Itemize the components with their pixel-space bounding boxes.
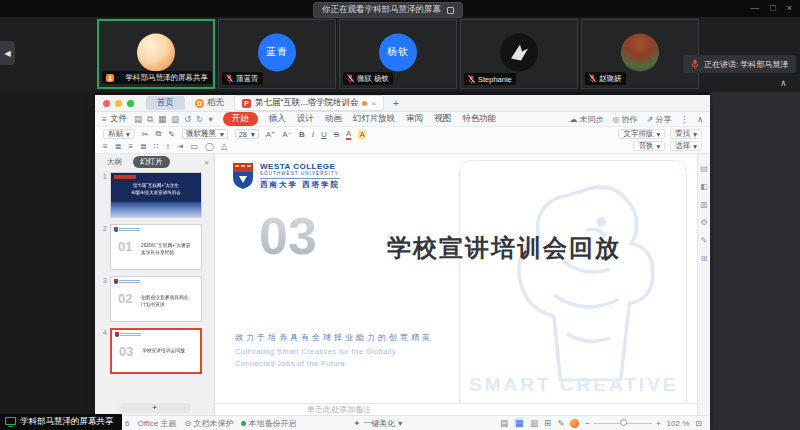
wps-assistant-icon[interactable] bbox=[570, 419, 579, 428]
sync-status[interactable]: ☁未同步 bbox=[569, 114, 603, 125]
text-layout-button[interactable]: 文字排版▾ bbox=[618, 129, 665, 139]
underline-icon[interactable]: U bbox=[321, 130, 327, 139]
zoom-slider[interactable]: − + bbox=[585, 419, 660, 428]
ribbon-tab-home[interactable]: 开始 bbox=[223, 112, 258, 126]
properties-icon[interactable]: ▤ bbox=[700, 164, 708, 173]
panel-close-icon[interactable]: × bbox=[204, 158, 209, 167]
new-tab-button[interactable]: + bbox=[393, 98, 399, 109]
shape-circle-icon[interactable]: ◯ bbox=[205, 142, 214, 151]
slide-thumb-row[interactable]: 3 02 创新创业竞赛项目商业 计划书宣讲 bbox=[99, 276, 214, 322]
participant-tile[interactable]: 蓝青 蒲蓝青 bbox=[218, 19, 336, 89]
file-menu[interactable]: ≡文件 bbox=[102, 113, 127, 125]
minimize-dot-icon[interactable] bbox=[115, 100, 122, 107]
ribbon-tab-review[interactable]: 审阅 bbox=[406, 113, 423, 125]
collab-button[interactable]: ◎协作 bbox=[612, 114, 637, 125]
normal-view-icon[interactable]: ▤ bbox=[500, 418, 508, 428]
open-icon[interactable]: ⧉ bbox=[147, 114, 153, 125]
tab-home[interactable]: 首页 bbox=[146, 96, 185, 110]
zoom-knob[interactable] bbox=[620, 419, 627, 426]
annotate-icon[interactable]: ✎ bbox=[557, 418, 564, 428]
font-increase-icon[interactable]: A⁺ bbox=[266, 130, 276, 139]
justify-icon[interactable]: ≣ bbox=[140, 142, 147, 151]
font-decrease-icon[interactable]: A⁻ bbox=[282, 130, 292, 139]
slide-sorter-icon[interactable]: ▦ bbox=[514, 418, 524, 428]
more-icon[interactable]: ▾ bbox=[208, 114, 212, 125]
strip-scroll-left-button[interactable]: ◀ bbox=[0, 41, 15, 65]
participant-tile[interactable]: Stephanie bbox=[460, 19, 578, 89]
slide-thumbnail-1[interactable]: 第七届“互联网+”大学生 创新创业大赛宣讲培训会 bbox=[110, 172, 202, 218]
align-right-icon[interactable]: ≡ bbox=[128, 142, 133, 151]
theme-name[interactable]: Office 主题 bbox=[137, 418, 176, 429]
beautify-button[interactable]: ✦ 一键美化 ▾ bbox=[354, 418, 403, 429]
select-button[interactable]: 选择▾ bbox=[670, 141, 702, 151]
fit-slide-icon[interactable]: ⊡ bbox=[695, 419, 702, 428]
strip-collapse-icon[interactable]: ∧ bbox=[780, 78, 787, 88]
collapse-ribbon-icon[interactable]: ∧ bbox=[697, 115, 703, 124]
tab-close-icon[interactable]: × bbox=[371, 99, 376, 108]
zoom-dot-icon[interactable] bbox=[127, 100, 134, 107]
protect-status[interactable]: ⊙ 文档未保护 bbox=[184, 418, 233, 429]
undo-icon[interactable]: ↺ bbox=[184, 114, 191, 125]
slide-thumbnail-4-selected[interactable]: 03 学校宣讲培训会回放 bbox=[110, 328, 202, 374]
find-button[interactable]: 查找▾ bbox=[670, 129, 702, 139]
participant-tile[interactable]: 学科部马慧泽的屏幕共享 bbox=[97, 19, 215, 89]
media-icon[interactable]: ▥ bbox=[700, 200, 708, 209]
font-color-icon[interactable]: A bbox=[346, 129, 351, 140]
notes-pane[interactable]: 单击此处添加备注 bbox=[215, 403, 697, 415]
save-icon[interactable]: ▦ bbox=[158, 114, 166, 125]
participant-tile[interactable]: 赵璐妍 bbox=[581, 19, 699, 89]
align-center-icon[interactable]: ≣ bbox=[115, 142, 122, 151]
close-button[interactable]: × bbox=[787, 1, 792, 15]
shape-rect-icon[interactable]: ▭ bbox=[191, 142, 199, 151]
new-icon[interactable]: ▤ bbox=[134, 114, 142, 125]
slide-thumb-row[interactable]: 4 03 学校宣讲培训会回放 bbox=[99, 328, 214, 374]
tab-document[interactable]: P 第七届“互联...塔学院培训会 × bbox=[234, 95, 384, 111]
bold-icon[interactable]: B bbox=[299, 130, 305, 139]
bullets-icon[interactable]: ∷ bbox=[154, 142, 159, 151]
minimize-button[interactable]: — bbox=[750, 1, 759, 15]
cut-icon[interactable]: ✂ bbox=[142, 130, 149, 139]
layers-icon[interactable]: ◧ bbox=[700, 182, 708, 191]
new-slide-button[interactable]: + bbox=[119, 403, 191, 413]
indent-icon[interactable]: ⇥ bbox=[177, 142, 184, 151]
font-family-select[interactable]: 微软雅黑▾ bbox=[182, 129, 228, 139]
slides-tab[interactable]: 幻灯片 bbox=[133, 156, 170, 168]
ribbon-tab-slideshow[interactable]: 幻灯片放映 bbox=[353, 113, 396, 125]
outline-tab[interactable]: 大纲 bbox=[100, 156, 129, 168]
ribbon-tab-view[interactable]: 视图 bbox=[434, 113, 451, 125]
align-left-icon[interactable]: ≡ bbox=[103, 142, 108, 151]
participant-tile[interactable]: 杨钦 微联 杨钦 bbox=[339, 19, 457, 89]
slide-thumbnail-3[interactable]: 02 创新创业竞赛项目商业 计划书宣讲 bbox=[110, 276, 202, 322]
layout-icon[interactable] bbox=[447, 7, 454, 14]
slideshow-view-icon[interactable]: ⊞ bbox=[544, 418, 551, 428]
maximize-button[interactable]: □ bbox=[770, 1, 775, 15]
edit-icon[interactable]: ✎ bbox=[701, 236, 708, 245]
shape-triangle-icon[interactable]: △ bbox=[221, 142, 227, 151]
settings-icon[interactable]: ⚙ bbox=[700, 218, 707, 227]
apps-icon[interactable]: ⊞ bbox=[701, 254, 708, 263]
zoom-out-icon[interactable]: − bbox=[585, 419, 590, 428]
ribbon-tab-insert[interactable]: 插入 bbox=[269, 113, 286, 125]
redo-icon[interactable]: ↻ bbox=[196, 114, 203, 125]
highlight-icon[interactable]: A bbox=[358, 130, 365, 139]
reading-view-icon[interactable]: ▥ bbox=[530, 418, 538, 428]
strikethrough-icon[interactable]: S bbox=[334, 130, 339, 139]
line-spacing-icon[interactable]: ↕ bbox=[166, 142, 170, 151]
slide-thumb-row[interactable]: 2 01 2020年“互联网+”大赛获 奖学长分享经验 bbox=[99, 224, 214, 270]
close-dot-icon[interactable] bbox=[103, 100, 110, 107]
more-menu-icon[interactable]: ⋮ bbox=[680, 115, 688, 124]
copy-icon[interactable]: ⧉ bbox=[155, 129, 161, 139]
share-button[interactable]: ⇗分享 bbox=[646, 114, 671, 125]
current-slide[interactable]: SMART CREATIVE WESTA COLLEGE SOUTHWEST U… bbox=[215, 154, 697, 403]
zoom-level[interactable]: 102 % bbox=[667, 419, 690, 428]
zoom-in-icon[interactable]: + bbox=[656, 419, 661, 428]
print-icon[interactable]: ▥ bbox=[171, 114, 179, 125]
format-painter-icon[interactable]: ✎ bbox=[168, 130, 175, 139]
italic-icon[interactable]: I bbox=[312, 130, 314, 139]
ribbon-tab-animation[interactable]: 动画 bbox=[325, 113, 342, 125]
tab-docer[interactable]: D 稻壳 bbox=[195, 97, 224, 109]
font-size-select[interactable]: 28▾ bbox=[235, 129, 259, 139]
slide-thumbnail-2[interactable]: 01 2020年“互联网+”大赛获 奖学长分享经验 bbox=[110, 224, 202, 270]
ribbon-tab-features[interactable]: 特色功能 bbox=[462, 113, 496, 125]
backup-status[interactable]: 本地备份开启 bbox=[241, 418, 296, 429]
